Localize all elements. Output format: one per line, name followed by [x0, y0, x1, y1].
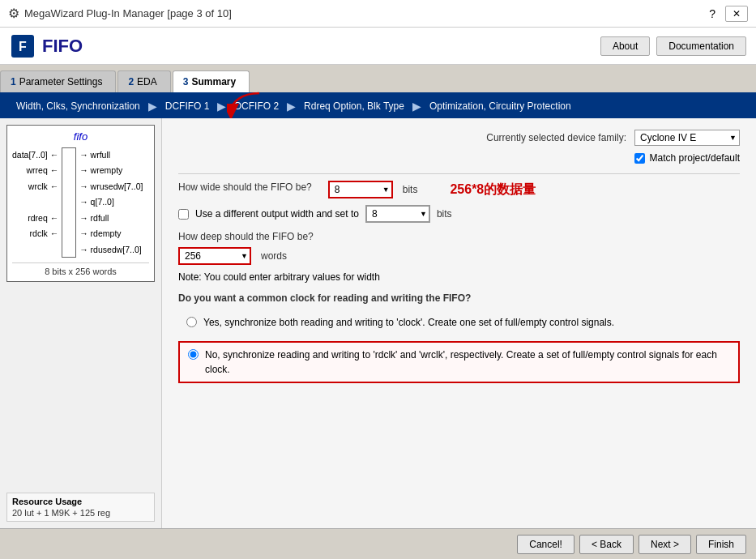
radio-yes-option: Yes, synchronize both reading and writin… — [178, 310, 740, 335]
nav-sep-1: ▶ — [147, 100, 159, 113]
red-arrow-annotation — [227, 89, 267, 118]
resource-box: Resource Usage 20 lut + 1 M9K + 125 reg — [6, 493, 155, 522]
match-project-checkbox[interactable] — [634, 153, 645, 164]
finish-button[interactable]: Finish — [696, 535, 746, 554]
tab-parameter-settings[interactable]: 1 Parameter Settings — [0, 70, 116, 92]
match-project-row: Match project/default — [178, 152, 740, 164]
nav-bar: Width, Clks, Synchronization ▶ DCFIFO 1 … — [0, 94, 756, 118]
main-content: fifo data[7..0] ← wrreq ← wrclk ← rdreq … — [0, 118, 756, 528]
titlebar: ⚙ MegaWizard Plug-In Manager [page 3 of … — [0, 0, 756, 28]
nav-sep-2: ▶ — [216, 100, 228, 113]
radio-no-option: No, synchronize reading and writing to '… — [178, 341, 740, 383]
output-width-unit: bits — [437, 208, 452, 220]
device-select-wrapper: Cyclone IV E — [634, 130, 740, 146]
width-unit-label: bits — [403, 184, 418, 195]
note-section: Note: You could enter arbitrary values f… — [178, 271, 740, 283]
device-family-row: Currently selected device family: Cyclon… — [178, 130, 740, 146]
svg-text:F: F — [19, 40, 27, 53]
width-select[interactable]: 8 — [328, 181, 393, 198]
depth-input-row: 256 words — [178, 247, 740, 265]
device-family-label: Currently selected device family: — [486, 132, 626, 143]
nav-sep-4: ▶ — [411, 100, 423, 113]
header: F FIFO About Documentation — [0, 28, 756, 65]
device-family-select[interactable]: Cyclone IV E — [634, 130, 740, 146]
fifo-size-label: 8 bits x 256 words — [12, 262, 149, 276]
depth-section: How deep should the FIFO be? 256 words — [178, 231, 740, 265]
about-button[interactable]: About — [600, 36, 650, 56]
bottom-bar: Cancel! < Back Next > Finish — [0, 528, 756, 559]
annotation-text: 256*8的数据量 — [450, 181, 536, 198]
common-clock-section: Do you want a common clock for reading a… — [178, 292, 740, 383]
width-question-label: How wide should the FIFO be? — [178, 181, 312, 193]
fifo-diagram: fifo data[7..0] ← wrreq ← wrclk ← rdreq … — [6, 125, 155, 282]
fifo-center-box — [62, 147, 76, 258]
right-signals: → wrfull → wrempty → wrusedw[7..0] → q[7… — [76, 147, 143, 258]
header-buttons: About Documentation — [600, 36, 746, 56]
left-signals: data[7..0] ← wrreq ← wrclk ← rdreq ← rdc… — [12, 147, 62, 258]
cancel-button[interactable]: Cancel! — [517, 535, 574, 554]
app-icon: ⚙ — [8, 6, 19, 21]
radio-no-input[interactable] — [188, 349, 199, 360]
match-project-label: Match project/default — [650, 152, 740, 164]
resource-title: Resource Usage — [12, 497, 149, 506]
output-width-checkbox[interactable] — [178, 209, 189, 220]
radio-no-label: No, synchronize reading and writing to '… — [205, 348, 730, 377]
depth-unit-label: words — [261, 250, 287, 262]
depth-select-wrapper: 256 — [178, 247, 251, 265]
back-button[interactable]: < Back — [579, 535, 634, 554]
depth-question-label: How deep should the FIFO be? — [178, 231, 740, 242]
app-title: FIFO — [42, 36, 83, 57]
left-panel: fifo data[7..0] ← wrreq ← wrclk ← rdreq … — [0, 118, 162, 528]
logo-area: F FIFO — [10, 33, 83, 59]
nav-item-optimization[interactable]: Optimization, Circuitry Protection — [423, 99, 578, 113]
nav-item-rdreq[interactable]: Rdreq Option, Blk Type — [297, 99, 411, 113]
note-label: Note: You could enter arbitrary values f… — [178, 271, 380, 283]
tab-eda[interactable]: 2 EDA — [117, 70, 170, 92]
right-panel: Currently selected device family: Cyclon… — [162, 118, 756, 528]
documentation-button[interactable]: Documentation — [656, 36, 746, 56]
output-width-row: Use a different output width and set to … — [178, 205, 740, 223]
nav-item-width[interactable]: Width, Clks, Synchronization — [10, 99, 147, 113]
divider-1 — [178, 173, 740, 174]
common-clock-question: Do you want a common clock for reading a… — [178, 292, 740, 304]
fifo-diagram-title: fifo — [12, 130, 149, 143]
radio-yes-input[interactable] — [186, 317, 197, 327]
window-controls: ? ✕ — [703, 6, 748, 22]
output-width-select-wrapper: 8 — [365, 205, 430, 223]
depth-select[interactable]: 256 — [178, 247, 251, 265]
width-section: How wide should the FIFO be? 8 bits 256*… — [178, 181, 740, 198]
output-width-select[interactable]: 8 — [365, 205, 430, 223]
radio-yes-label: Yes, synchronize both reading and writin… — [203, 315, 614, 330]
width-select-wrapper: 8 — [328, 181, 393, 198]
help-button[interactable]: ? — [703, 6, 722, 22]
resource-value: 20 lut + 1 M9K + 125 reg — [12, 508, 149, 518]
close-button[interactable]: ✕ — [725, 6, 748, 22]
output-width-label: Use a different output width and set to — [195, 208, 359, 220]
nav-item-dcfifo1[interactable]: DCFIFO 1 — [159, 99, 216, 113]
width-input-row: 8 bits — [328, 181, 418, 198]
next-button[interactable]: Next > — [639, 535, 691, 554]
nav-sep-3: ▶ — [285, 100, 297, 113]
window-title: MegaWizard Plug-In Manager [page 3 of 10… — [24, 7, 703, 19]
logo-icon: F — [10, 33, 36, 59]
tabs-row: 1 Parameter Settings 2 EDA 3 Summary — [0, 65, 756, 94]
